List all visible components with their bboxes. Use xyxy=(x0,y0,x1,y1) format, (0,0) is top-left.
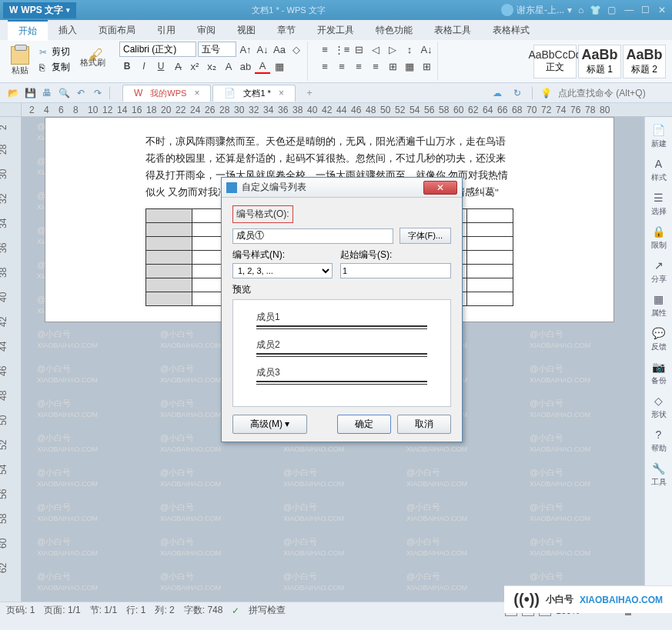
change-case-button[interactable]: Aa xyxy=(272,42,287,57)
numbering-button[interactable]: ⋮≡ xyxy=(334,42,349,57)
style-正文[interactable]: AaBbCcDd正文 xyxy=(533,45,577,78)
maximize-button[interactable]: ☐ xyxy=(639,5,653,15)
menu-审阅[interactable]: 审阅 xyxy=(186,21,226,40)
box-icon[interactable]: ▢ xyxy=(607,5,616,15)
redo-icon[interactable]: ↷ xyxy=(91,86,105,100)
increase-font-button[interactable]: A↑ xyxy=(238,42,253,57)
sidepanel-形状[interactable]: ◇形状 xyxy=(651,394,667,420)
close-button[interactable]: ✕ xyxy=(655,5,669,15)
brand-name: 小白号 xyxy=(546,593,573,606)
sidepanel-反馈[interactable]: 💬反馈 xyxy=(651,326,667,352)
subscript-button[interactable]: x₂ xyxy=(204,58,219,74)
style-标题 2[interactable]: AaBb标题 2 xyxy=(623,45,666,78)
menu-表格样式[interactable]: 表格样式 xyxy=(482,21,540,40)
shirt-icon[interactable]: 👕 xyxy=(590,5,601,15)
format-painter-label: 格式刷 xyxy=(80,57,105,68)
undo-icon[interactable]: ↶ xyxy=(74,86,88,100)
font-effects-button[interactable]: A xyxy=(221,58,236,74)
superscript-button[interactable]: x² xyxy=(187,58,202,74)
ok-button[interactable]: 确定 xyxy=(337,415,391,434)
tab-close-icon[interactable]: × xyxy=(194,88,199,98)
align-right-button[interactable]: ≡ xyxy=(351,58,366,74)
dialog-titlebar[interactable]: 自定义编号列表 ✕ xyxy=(222,178,462,198)
number-style-select[interactable]: 1, 2, 3, ... xyxy=(232,263,333,278)
align-left-button[interactable]: ≡ xyxy=(317,58,333,74)
menu-引用[interactable]: 引用 xyxy=(146,21,186,40)
menu-表格工具[interactable]: 表格工具 xyxy=(423,21,482,40)
advanced-button[interactable]: 高级(M) ▾ xyxy=(232,415,307,434)
sidepanel-分享[interactable]: ↗分享 xyxy=(651,258,667,285)
sidepanel-限制[interactable]: 🔒限制 xyxy=(651,225,667,251)
font-button[interactable]: 字体(F)... xyxy=(400,228,451,244)
sidepanel-工具[interactable]: 🔧工具 xyxy=(651,462,667,488)
background-color-button[interactable]: ▦ xyxy=(272,58,287,74)
menu-开始[interactable]: 开始 xyxy=(8,20,48,41)
sort-button[interactable]: A↓ xyxy=(419,42,434,57)
underline-button[interactable]: U xyxy=(153,58,169,74)
menu-特色功能[interactable]: 特色功能 xyxy=(365,21,423,40)
menu-插入[interactable]: 插入 xyxy=(48,21,88,40)
dialog-close-button[interactable]: ✕ xyxy=(423,181,457,195)
doc-tab[interactable]: W 我的WPS × xyxy=(122,85,211,102)
multilevel-button[interactable]: ⊟ xyxy=(351,42,366,57)
doc-tab[interactable]: 📄 文档1 * × xyxy=(212,85,295,102)
cloud-icon[interactable]: ☁ xyxy=(490,86,504,100)
status-spell[interactable]: 拼写检查 xyxy=(249,604,286,617)
menu-章节[interactable]: 章节 xyxy=(266,21,306,40)
app-logo[interactable]: W WPS 文字 ▾ xyxy=(3,2,76,18)
add-tab-button[interactable]: ＋ xyxy=(299,84,320,102)
status-page-num[interactable]: 页码: 1 xyxy=(6,604,35,617)
sidepanel-帮助[interactable]: ?帮助 xyxy=(651,428,667,454)
bullets-button[interactable]: ≡ xyxy=(317,42,333,57)
menu-开发工具[interactable]: 开发工具 xyxy=(306,21,365,40)
font-name-select[interactable]: Calibri (正文) xyxy=(119,42,196,57)
print-icon[interactable]: 🖶 xyxy=(40,86,54,100)
copy-button[interactable]: ⎘复制 xyxy=(37,60,72,75)
cancel-button[interactable]: 取消 xyxy=(397,415,451,434)
increase-indent-button[interactable]: ▷ xyxy=(385,42,400,57)
align-center-button[interactable]: ≡ xyxy=(334,58,349,74)
decrease-font-button[interactable]: A↓ xyxy=(255,42,270,57)
open-icon[interactable]: 📂 xyxy=(6,86,20,100)
menu-视图[interactable]: 视图 xyxy=(226,21,266,40)
minimize-button[interactable]: — xyxy=(622,5,636,15)
style-标题 1[interactable]: AaBb标题 1 xyxy=(578,45,621,78)
clear-format-button[interactable]: ◇ xyxy=(289,42,304,57)
status-words[interactable]: 字数: 748 xyxy=(184,604,223,617)
preview-icon[interactable]: 🔍 xyxy=(57,86,71,100)
command-search-input[interactable] xyxy=(558,88,666,98)
sidepanel-样式[interactable]: A样式 xyxy=(651,157,667,183)
sidepanel-新建[interactable]: 📄新建 xyxy=(651,123,667,149)
save-icon[interactable]: 💾 xyxy=(23,86,37,100)
bold-button[interactable]: B xyxy=(119,58,135,74)
italic-button[interactable]: I xyxy=(136,58,152,74)
avatar-icon xyxy=(501,4,513,16)
status-section[interactable]: 节: 1/1 xyxy=(90,604,117,617)
decrease-indent-button[interactable]: ◁ xyxy=(368,42,383,57)
sidepanel-选择[interactable]: ☰选择 xyxy=(651,191,667,217)
menu-页面布局[interactable]: 页面布局 xyxy=(88,21,146,40)
home-icon[interactable]: ⌂ xyxy=(578,5,583,15)
sidepanel-属性[interactable]: ▦属性 xyxy=(651,292,667,318)
start-number-input[interactable] xyxy=(340,263,451,278)
user-badge[interactable]: 谢东星-上... ▾ xyxy=(501,4,572,17)
wps-icon: W xyxy=(9,5,18,15)
borders-button[interactable]: ⊞ xyxy=(419,58,434,74)
number-format-input[interactable] xyxy=(232,228,393,244)
line-spacing-button[interactable]: ↕ xyxy=(402,42,417,57)
paste-label: 粘贴 xyxy=(12,65,28,76)
paste-button[interactable]: 粘贴 xyxy=(6,45,34,78)
cut-button[interactable]: ✂剪切 xyxy=(37,45,72,59)
format-painter-button[interactable]: 🖌 格式刷 xyxy=(75,45,110,78)
justify-button[interactable]: ≡ xyxy=(368,58,383,74)
tab-close-icon[interactable]: × xyxy=(279,88,284,98)
shading-button[interactable]: ▦ xyxy=(402,58,417,74)
status-page[interactable]: 页面: 1/1 xyxy=(44,604,80,617)
sidepanel-备份[interactable]: 📷备份 xyxy=(651,360,667,386)
font-size-select[interactable]: 五号 xyxy=(198,42,236,57)
font-color-button[interactable]: A xyxy=(255,58,270,74)
sync-icon[interactable]: ↻ xyxy=(510,86,524,100)
strikethrough-button[interactable]: A̶ xyxy=(170,58,186,74)
distribute-button[interactable]: ⊞ xyxy=(385,58,400,74)
highlight-button[interactable]: ab xyxy=(238,58,253,74)
